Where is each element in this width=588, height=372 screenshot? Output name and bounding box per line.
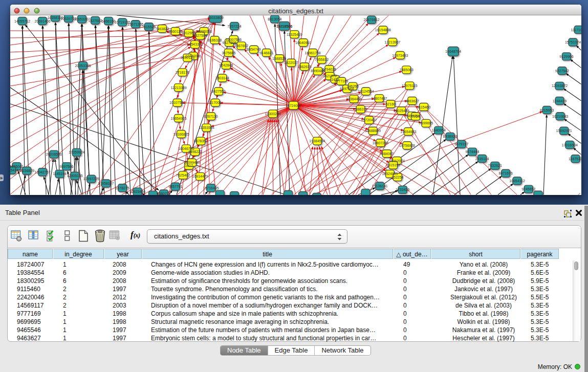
svg-text:10653287: 10653287 xyxy=(74,17,90,21)
svg-text:12213389: 12213389 xyxy=(170,86,186,90)
svg-text:10107552: 10107552 xyxy=(169,101,185,104)
svg-text:7625402: 7625402 xyxy=(176,173,190,177)
svg-text:19218506: 19218506 xyxy=(276,25,292,28)
svg-text:16961758: 16961758 xyxy=(305,51,321,55)
svg-text:18226058: 18226058 xyxy=(196,30,212,33)
svg-text:15716485: 15716485 xyxy=(203,186,219,190)
svg-text:1588520: 1588520 xyxy=(272,57,286,60)
svg-text:2718176: 2718176 xyxy=(176,71,189,74)
svg-text:11353594: 11353594 xyxy=(199,126,214,129)
svg-text:16154808: 16154808 xyxy=(375,28,391,32)
svg-text:12942757: 12942757 xyxy=(35,170,51,174)
svg-text:2803144: 2803144 xyxy=(215,76,229,80)
svg-text:7463822: 7463822 xyxy=(155,27,169,31)
svg-text:4498222: 4498222 xyxy=(188,150,202,154)
svg-text:10958107: 10958107 xyxy=(98,182,114,185)
svg-text:9129966: 9129966 xyxy=(559,55,573,58)
svg-text:8813054: 8813054 xyxy=(268,17,281,21)
svg-text:16671355: 16671355 xyxy=(127,23,143,26)
svg-text:9857791: 9857791 xyxy=(168,185,182,188)
svg-text:9242848: 9242848 xyxy=(219,63,233,67)
svg-text:19384554: 19384554 xyxy=(309,139,325,143)
svg-text:9463627: 9463627 xyxy=(405,99,419,103)
svg-text:12213967: 12213967 xyxy=(384,40,400,44)
svg-text:12923466: 12923466 xyxy=(129,190,145,193)
svg-text:7386372: 7386372 xyxy=(354,107,367,111)
svg-text:1617: 1617 xyxy=(185,164,193,167)
svg-text:15692971: 15692971 xyxy=(556,129,572,133)
svg-text:9115460: 9115460 xyxy=(417,105,431,109)
svg-text:6794028: 6794028 xyxy=(322,68,336,71)
svg-text:12975115: 12975115 xyxy=(402,84,418,87)
svg-text:15751074: 15751074 xyxy=(565,40,581,44)
svg-text:17359924: 17359924 xyxy=(69,150,84,154)
svg-text:10025438: 10025438 xyxy=(394,109,409,113)
svg-text:3915414: 3915414 xyxy=(10,168,18,172)
svg-text:8267130: 8267130 xyxy=(204,115,217,118)
svg-text:8938923: 8938923 xyxy=(443,135,457,138)
svg-text:19756928: 19756928 xyxy=(399,144,415,147)
svg-text:16112074: 16112074 xyxy=(389,159,405,163)
svg-text:7357224: 7357224 xyxy=(227,25,241,28)
svg-text:7515526: 7515526 xyxy=(142,25,156,29)
svg-text:252254: 252254 xyxy=(391,176,403,179)
svg-text:8471676: 8471676 xyxy=(499,171,513,175)
svg-text:16648764: 16648764 xyxy=(445,50,461,53)
svg-text:8186328: 8186328 xyxy=(208,38,222,42)
svg-text:7955812: 7955812 xyxy=(315,58,329,61)
svg-text:16914479: 16914479 xyxy=(192,174,208,178)
svg-text:9699695: 9699695 xyxy=(419,121,433,125)
svg-text:1615152: 1615152 xyxy=(386,163,400,167)
svg-text:1733426: 1733426 xyxy=(396,188,409,191)
svg-text:7632621: 7632621 xyxy=(488,164,502,167)
svg-text:6679197: 6679197 xyxy=(454,142,468,146)
svg-text:1527602: 1527602 xyxy=(88,19,102,23)
svg-text:18300295: 18300295 xyxy=(265,112,281,116)
svg-text:8427552: 8427552 xyxy=(211,90,225,93)
svg-text:10807487: 10807487 xyxy=(371,97,387,100)
svg-text:9227542: 9227542 xyxy=(555,69,569,73)
svg-text:1167533: 1167533 xyxy=(569,157,581,161)
svg-text:17957225: 17957225 xyxy=(83,177,99,181)
svg-text:19654925: 19654925 xyxy=(170,117,186,120)
svg-text:9380772: 9380772 xyxy=(157,192,170,195)
svg-text:15720407: 15720407 xyxy=(361,118,377,122)
svg-text:62160: 62160 xyxy=(385,102,396,106)
svg-text:19654923: 19654923 xyxy=(400,130,416,134)
svg-text:11325419: 11325419 xyxy=(287,33,302,36)
svg-text:1640954: 1640954 xyxy=(432,128,446,132)
svg-text:1145194: 1145194 xyxy=(53,172,67,176)
svg-text:12093872: 12093872 xyxy=(552,84,568,87)
svg-text:19166825: 19166825 xyxy=(173,133,189,136)
svg-text:12905135: 12905135 xyxy=(67,174,83,178)
svg-text:10688609: 10688609 xyxy=(365,129,381,133)
svg-text:9327506: 9327506 xyxy=(193,34,207,37)
svg-text:12007546: 12007546 xyxy=(226,38,242,41)
svg-text:9890123: 9890123 xyxy=(181,56,194,59)
svg-text:15136141: 15136141 xyxy=(372,184,388,188)
svg-text:2935114: 2935114 xyxy=(475,157,489,161)
svg-text:16543382: 16543382 xyxy=(187,42,203,46)
svg-text:8678352: 8678352 xyxy=(194,139,208,143)
svg-text:18724007: 18724007 xyxy=(286,104,301,107)
svg-text:20206536: 20206536 xyxy=(46,152,62,156)
svg-text:9777169: 9777169 xyxy=(334,79,348,83)
svg-text:16033809: 16033809 xyxy=(207,16,223,19)
svg-text:8860115: 8860115 xyxy=(168,30,182,33)
svg-text:8215953: 8215953 xyxy=(540,108,554,112)
svg-text:3822037: 3822037 xyxy=(284,61,298,64)
svg-text:10973493: 10973493 xyxy=(392,54,408,57)
svg-text:8454749: 8454749 xyxy=(247,48,260,51)
svg-text:9397586: 9397586 xyxy=(59,165,73,168)
svg-text:9084067: 9084067 xyxy=(380,152,394,156)
svg-text:16210643: 16210643 xyxy=(552,115,568,118)
svg-text:3675685: 3675685 xyxy=(222,51,235,55)
svg-text:6466160: 6466160 xyxy=(101,19,115,23)
svg-text:10654112: 10654112 xyxy=(509,179,525,183)
svg-text:11156829: 11156829 xyxy=(19,169,34,172)
svg-text:9146821: 9146821 xyxy=(259,51,273,55)
svg-text:1244419: 1244419 xyxy=(553,99,567,103)
svg-text:11171017: 11171017 xyxy=(571,28,581,32)
svg-text:18124554: 18124554 xyxy=(358,90,374,93)
svg-text:20691406: 20691406 xyxy=(34,19,50,23)
